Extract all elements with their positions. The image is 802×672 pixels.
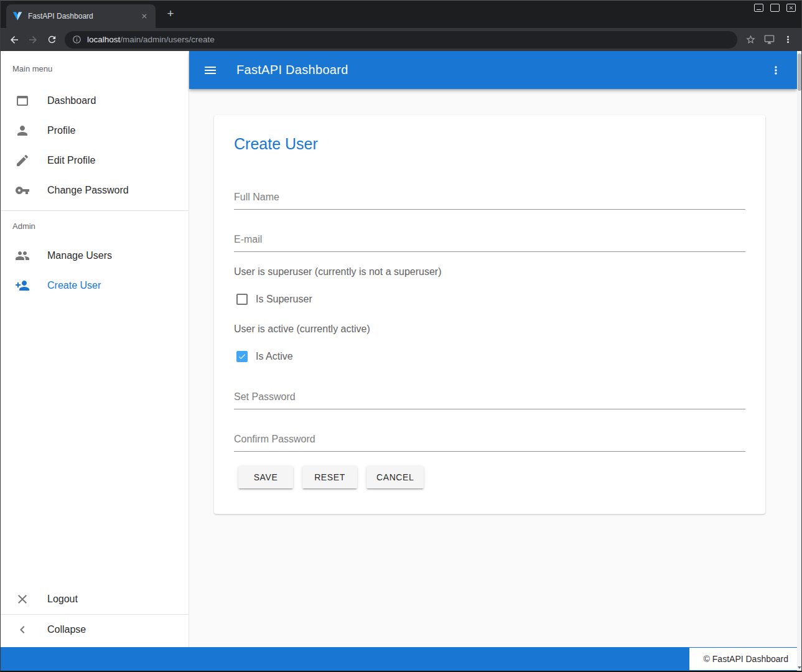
person-add-icon [15, 278, 30, 293]
active-hint: User is active (currently active) [234, 324, 370, 334]
set-password-input[interactable] [234, 388, 745, 409]
full-name-input[interactable] [234, 189, 745, 210]
form-actions: SAVE RESET CANCEL [238, 466, 424, 488]
install-app-icon[interactable] [760, 31, 778, 49]
sidebar-item-create-user[interactable]: Create User [0, 271, 189, 301]
url-text: localhost/main/admin/users/create [87, 35, 215, 44]
appbar-overflow-menu-icon[interactable] [765, 59, 787, 82]
sidebar-item-profile[interactable]: Profile [0, 116, 189, 146]
cancel-button[interactable]: CANCEL [366, 466, 424, 488]
full-name-field [234, 189, 745, 210]
sidebar-item-label: Dashboard [47, 95, 96, 106]
copyright: © FastAPI Dashboard [689, 648, 797, 670]
close-button[interactable] [786, 4, 796, 12]
confirm-password-field [234, 431, 745, 452]
tab-title: FastAPI Dashboard [28, 12, 139, 21]
is-superuser-checkbox-row[interactable]: Is Superuser [236, 291, 312, 308]
new-tab-button[interactable]: + [163, 7, 178, 22]
app-title: FastAPI Dashboard [236, 63, 348, 77]
save-button[interactable]: SAVE [238, 466, 293, 488]
page-scrollbar[interactable] [797, 51, 802, 672]
sidebar-item-manage-users[interactable]: Manage Users [0, 241, 189, 271]
people-icon [15, 248, 30, 263]
url-path: /main/admin/users/create [120, 35, 215, 44]
pencil-icon [15, 153, 30, 168]
hamburger-menu-icon[interactable] [199, 59, 221, 82]
reload-button[interactable] [42, 31, 61, 49]
forward-button[interactable] [24, 31, 42, 49]
back-button[interactable] [5, 31, 24, 49]
confirm-password-input[interactable] [234, 431, 745, 452]
address-bar[interactable]: localhost/main/admin/users/create [65, 31, 737, 49]
reset-button[interactable]: RESET [302, 466, 357, 488]
sidebar-item-collapse[interactable]: Collapse [0, 615, 189, 645]
sidebar-item-label: Collapse [47, 624, 86, 635]
sidebar-spacer [0, 301, 189, 584]
browser-tab-strip: FastAPI Dashboard + [0, 0, 802, 28]
vuetify-favicon [12, 11, 22, 21]
page-title: Create User [234, 133, 318, 155]
sidebar-item-label: Logout [47, 594, 78, 605]
is-active-checkbox[interactable] [236, 351, 248, 362]
sidebar-item-label: Change Password [47, 185, 129, 196]
sidebar-section-admin: Admin [0, 211, 189, 241]
scrollbar-thumb[interactable] [798, 54, 801, 91]
is-superuser-checkbox[interactable] [236, 294, 248, 305]
minimize-button[interactable] [754, 4, 763, 12]
sidebar: Main menu Dashboard Profile Edit Profile… [0, 51, 189, 647]
dashboard-icon [15, 93, 30, 108]
scroll-down-button[interactable] [797, 663, 802, 672]
key-icon [15, 183, 30, 198]
sidebar-item-label: Create User [47, 280, 101, 291]
app-bar: FastAPI Dashboard [189, 51, 797, 89]
site-info-icon[interactable] [72, 35, 82, 44]
is-superuser-label: Is Superuser [256, 294, 312, 305]
sidebar-item-edit-profile[interactable]: Edit Profile [0, 146, 189, 175]
create-user-card: Create User User is superuser (currently… [214, 115, 765, 514]
set-password-field [234, 388, 745, 409]
tab-close-icon[interactable] [139, 11, 149, 21]
sidebar-item-change-password[interactable]: Change Password [0, 175, 189, 205]
is-active-label: Is Active [256, 351, 293, 362]
main-content: Create User User is superuser (currently… [189, 89, 797, 647]
superuser-hint: User is superuser (currently is not a su… [234, 266, 441, 277]
browser-toolbar: localhost/main/admin/users/create [0, 28, 802, 51]
app-footer: © FastAPI Dashboard [0, 647, 797, 672]
sidebar-item-label: Profile [47, 125, 75, 136]
sidebar-item-label: Manage Users [47, 250, 112, 261]
sidebar-item-logout[interactable]: Logout [0, 584, 189, 614]
email-input[interactable] [234, 231, 745, 252]
bookmark-star-icon[interactable] [741, 31, 760, 49]
is-active-checkbox-row[interactable]: Is Active [236, 348, 293, 365]
email-field [234, 231, 745, 252]
close-icon [15, 592, 30, 607]
chevron-left-icon [15, 622, 30, 637]
sidebar-item-label: Edit Profile [47, 155, 95, 166]
window-controls [754, 4, 796, 12]
url-host: localhost [87, 35, 120, 44]
browser-tab[interactable]: FastAPI Dashboard [6, 4, 156, 28]
check-icon [238, 352, 246, 361]
person-icon [15, 123, 30, 138]
sidebar-item-dashboard[interactable]: Dashboard [0, 86, 189, 116]
sidebar-section-main-menu: Main menu [0, 51, 189, 86]
browser-menu-icon[interactable] [778, 31, 797, 49]
maximize-button[interactable] [770, 4, 780, 12]
